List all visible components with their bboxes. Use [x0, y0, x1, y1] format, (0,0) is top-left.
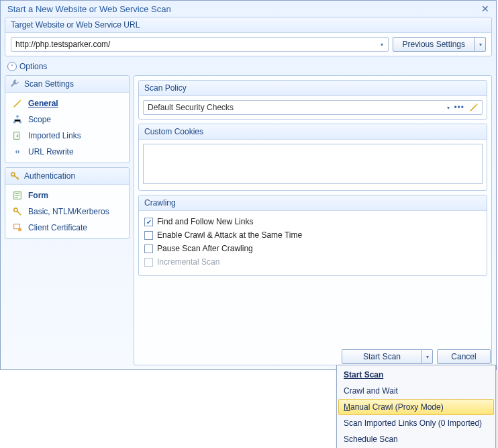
sidebar-item-label: URL Rewrite: [28, 147, 74, 156]
menu-item[interactable]: Start Scan: [338, 367, 494, 383]
crawl-option-label: Pause Scan After Crawling: [157, 244, 253, 253]
sidebar-item-scope[interactable]: Scope: [5, 111, 129, 128]
cookies-header: Custom Cookies: [139, 124, 487, 140]
options-toggle[interactable]: ˄ Options: [5, 60, 492, 75]
scan-policy-section: Scan Policy Default Security Checks ▾ ••…: [138, 80, 487, 120]
start-scan-split: Start Scan ▾: [342, 349, 433, 364]
menu-item[interactable]: Manual Crawl (Proxy Mode): [338, 399, 494, 415]
svg-point-10: [476, 103, 478, 105]
checkbox-icon: ✔: [144, 218, 153, 226]
scan-settings-header: Scan Settings: [24, 79, 74, 89]
sidebar-item-imported-links[interactable]: Imported Links: [5, 128, 129, 144]
authentication-header: Authentication: [24, 171, 75, 181]
svg-point-0: [19, 99, 21, 101]
scan-policy-value: Default Security Checks: [148, 103, 234, 112]
link-icon: [12, 146, 23, 157]
wand-icon: [12, 98, 23, 109]
import-icon: [12, 130, 23, 141]
sidebar-item-url-rewrite[interactable]: URL Rewrite: [5, 144, 129, 160]
sidebar-item-form[interactable]: Form: [5, 187, 129, 204]
scan-settings-group: Scan Settings GeneralScopeImported Links…: [5, 75, 130, 163]
checkbox-icon: [144, 231, 153, 240]
menu-item[interactable]: Crawl and Wait: [338, 383, 494, 399]
menu-item[interactable]: Scan Imported Links Only (0 Imported): [338, 415, 494, 431]
start-scan-dropdown[interactable]: ▾: [422, 349, 433, 364]
dialog-title: Start a New Website or Web Service Scan: [7, 4, 171, 14]
key-icon: [9, 171, 20, 181]
collapse-icon: ˄: [7, 62, 17, 71]
sidebar-item-client-certificate[interactable]: Client Certificate: [5, 220, 129, 236]
chevron-down-icon: ▾: [479, 42, 482, 48]
close-icon[interactable]: ✕: [479, 3, 492, 14]
form-icon: [12, 190, 23, 201]
sidebar-item-basic-ntlm-kerberos[interactable]: Basic, NTLM/Kerberos: [5, 204, 129, 220]
svg-rect-2: [13, 122, 16, 124]
wrench-icon: [9, 79, 20, 89]
crawl-option-label: Find and Follow New Links: [157, 217, 253, 226]
cert-icon: [12, 222, 23, 233]
checkbox-icon: [144, 244, 153, 253]
sidebar-item-label: Client Certificate: [28, 223, 87, 232]
sitemap-icon: [12, 114, 23, 125]
start-scan-menu: Start ScanCrawl and WaitManual Crawl (Pr…: [336, 365, 496, 448]
crawl-option: Incremental Scan: [144, 255, 481, 269]
crawl-option[interactable]: Enable Crawl & Attack at the Same Time: [144, 228, 481, 242]
url-dropdown-arrow-icon[interactable]: ▾: [376, 38, 388, 51]
dialog-footer: Start Scan ▾ Cancel: [342, 349, 491, 364]
sidebar-item-general[interactable]: General: [5, 95, 129, 111]
crawl-option-label: Incremental Scan: [157, 257, 219, 267]
menu-item[interactable]: Schedule Scan: [338, 431, 494, 447]
target-panel: Target Website or Web Service URL ▾ Prev…: [5, 17, 492, 56]
content-panel: Scan Policy Default Security Checks ▾ ••…: [134, 75, 492, 365]
svg-rect-3: [19, 122, 22, 124]
start-scan-button[interactable]: Start Scan: [342, 349, 422, 364]
cancel-button[interactable]: Cancel: [437, 349, 491, 364]
cookies-section: Custom Cookies: [138, 124, 487, 191]
crawling-section: Crawling ✔Find and Follow New LinksEnabl…: [138, 195, 487, 276]
crawl-option[interactable]: ✔Find and Follow New Links: [144, 215, 481, 228]
sidebar-item-label: Scope: [28, 115, 51, 124]
key-icon: [12, 206, 23, 217]
crawling-header: Crawling: [139, 195, 487, 211]
dialog-window: Start a New Website or Web Service Scan …: [0, 0, 497, 370]
previous-settings-split: Previous Settings ▾: [393, 37, 486, 52]
scan-policy-select[interactable]: Default Security Checks ▾ •••: [143, 100, 483, 115]
options-label: Options: [19, 62, 47, 71]
titlebar: Start a New Website or Web Service Scan …: [1, 1, 496, 17]
svg-point-9: [18, 228, 21, 231]
sidebar: Scan Settings GeneralScopeImported Links…: [5, 75, 130, 365]
sidebar-item-label: Form: [28, 191, 48, 200]
previous-settings-button[interactable]: Previous Settings: [393, 37, 475, 52]
authentication-group: Authentication FormBasic, NTLM/KerberosC…: [5, 167, 130, 239]
sidebar-item-label: Basic, NTLM/Kerberos: [28, 207, 109, 216]
target-panel-header: Target Website or Web Service URL: [5, 17, 491, 33]
menu-item-label: Scan Imported Links Only (0 Imported): [344, 418, 482, 428]
sidebar-item-label: Imported Links: [28, 131, 81, 140]
chevron-down-icon: ▾: [426, 354, 429, 360]
policy-browse-button[interactable]: •••: [450, 103, 468, 112]
menu-item-label: Manual Crawl (Proxy Mode): [344, 402, 444, 412]
menu-item-label: Start Scan: [344, 370, 383, 379]
menu-item-label: Crawl and Wait: [344, 386, 398, 396]
crawl-option[interactable]: Pause Scan After Crawling: [144, 242, 481, 255]
policy-wand-icon[interactable]: [468, 103, 479, 112]
url-input[interactable]: [11, 37, 389, 52]
sidebar-item-label: General: [28, 99, 58, 108]
svg-rect-1: [16, 116, 19, 118]
menu-item-label: Schedule Scan: [344, 435, 398, 444]
checkbox-icon: [144, 258, 153, 267]
previous-settings-dropdown[interactable]: ▾: [475, 37, 486, 52]
scan-policy-header: Scan Policy: [139, 81, 487, 96]
cookies-textarea[interactable]: [143, 144, 483, 184]
crawl-option-label: Enable Crawl & Attack at the Same Time: [157, 230, 302, 240]
